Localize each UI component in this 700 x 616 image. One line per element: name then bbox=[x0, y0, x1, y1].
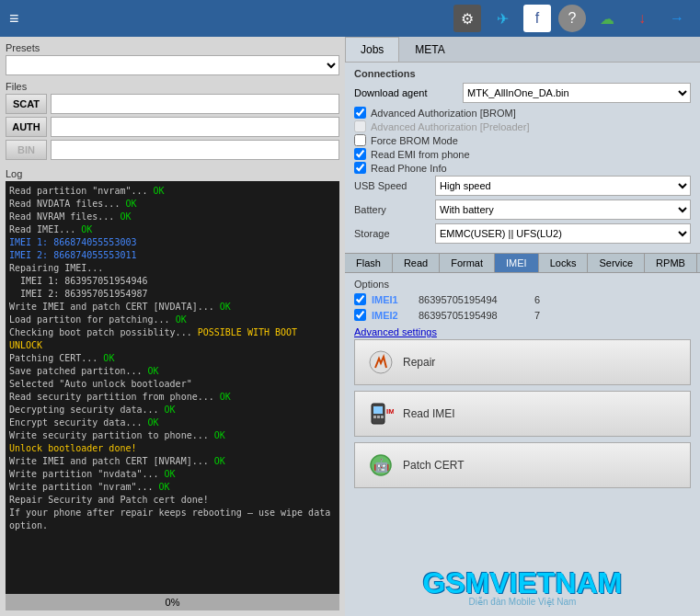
gear-icon[interactable]: ⚙ bbox=[453, 5, 481, 32]
tab-meta[interactable]: META bbox=[399, 37, 460, 62]
log-line: Read partition "nvram"... OK bbox=[9, 185, 336, 198]
patch-cert-icon: 🤖 bbox=[366, 451, 396, 480]
log-line: Write partition "nvram"... OK bbox=[9, 481, 336, 494]
log-line: Write security partition to phone... OK bbox=[9, 429, 336, 442]
advanced-settings-link[interactable]: Advanced settings bbox=[354, 325, 691, 339]
svg-rect-5 bbox=[381, 416, 384, 418]
log-line: Read NVRAM files... OK bbox=[9, 211, 336, 223]
battery-row: Battery With battery bbox=[354, 200, 691, 220]
main-tabs-row: Jobs META bbox=[345, 37, 700, 63]
log-line: Save patched partiton... OK bbox=[9, 365, 336, 378]
log-line: Unlock bootloader done! bbox=[9, 442, 336, 455]
imei2-num: 7 bbox=[534, 310, 540, 321]
battery-select[interactable]: With battery bbox=[435, 200, 691, 220]
svg-text:🤖: 🤖 bbox=[373, 458, 390, 473]
presets-select[interactable] bbox=[6, 55, 339, 75]
read-emi-checkbox[interactable] bbox=[354, 148, 366, 160]
read-imei-label: Read IMEI bbox=[403, 407, 455, 420]
bin-button[interactable]: BIN bbox=[6, 140, 47, 160]
connections-section: Connections Download agent MTK_AllInOne_… bbox=[345, 63, 700, 253]
log-line: Write partition "nvdata"... OK bbox=[9, 468, 336, 481]
auth-button[interactable]: AUTH bbox=[6, 117, 47, 137]
imei2-value: 86395705195498 bbox=[419, 310, 529, 321]
sub-tab-flash[interactable]: Flash bbox=[345, 254, 393, 272]
progress-label: 0% bbox=[166, 597, 180, 608]
download-icon[interactable]: ↓ bbox=[628, 5, 656, 32]
options-label: Options bbox=[354, 279, 691, 290]
left-panel: Presets Files SCAT AUTH BIN Log Read par… bbox=[0, 37, 345, 616]
sub-tab-rpmb[interactable]: RPMB bbox=[645, 254, 697, 272]
download-agent-select[interactable]: MTK_AllInOne_DA.bin bbox=[463, 83, 691, 103]
sub-tab-imei[interactable]: IMEI bbox=[495, 254, 539, 272]
tab-jobs[interactable]: Jobs bbox=[345, 37, 399, 62]
log-line: Encrypt security data... OK bbox=[9, 416, 336, 429]
sub-tab-service[interactable]: Service bbox=[588, 254, 645, 272]
advanced-brom-checkbox[interactable] bbox=[354, 107, 366, 119]
log-line: Repairing IMEI... bbox=[9, 262, 336, 275]
svg-rect-3 bbox=[373, 416, 376, 418]
read-phone-label: Read Phone Info bbox=[371, 163, 447, 174]
checkbox-advanced-brom: Advanced Authorization [BROM] bbox=[354, 107, 691, 119]
imei1-num: 6 bbox=[534, 294, 540, 305]
log-line: Read security partition from phone... OK bbox=[9, 391, 336, 404]
storage-label: Storage bbox=[354, 228, 428, 239]
presets-label: Presets bbox=[6, 42, 339, 53]
log-line: Write IMEI and patch CERT [NVRAM]... OK bbox=[9, 455, 336, 468]
storage-row: Storage EMMC(USER) || UFS(LU2) bbox=[354, 223, 691, 244]
log-area: Read partition "nvram"... OK Read NVDATA… bbox=[6, 181, 339, 594]
log-line: Read NVDATA files... OK bbox=[9, 198, 336, 211]
scat-input[interactable] bbox=[51, 94, 339, 114]
log-line: Patching CERT... OK bbox=[9, 352, 336, 365]
arrow-icon[interactable]: → bbox=[663, 5, 691, 32]
sub-tab-read[interactable]: Read bbox=[393, 254, 440, 272]
auth-row: AUTH bbox=[6, 117, 339, 137]
patch-cert-button[interactable]: 🤖 Patch CERT bbox=[354, 442, 691, 488]
sub-tabs-row: Flash Read Format IMEI Locks Service RPM… bbox=[345, 253, 700, 273]
read-imei-button[interactable]: IMEI Read IMEI bbox=[354, 391, 691, 437]
bin-input[interactable] bbox=[51, 140, 339, 160]
imei1-checkbox[interactable] bbox=[354, 293, 366, 305]
force-brom-label: Force BROM Mode bbox=[371, 135, 458, 146]
hamburger-menu[interactable]: ≡ bbox=[9, 9, 19, 29]
log-line: IMEI 2: 863957051954987 bbox=[9, 288, 336, 301]
main-content: Presets Files SCAT AUTH BIN Log Read par… bbox=[0, 37, 700, 616]
imei2-row: IMEI2 86395705195498 7 bbox=[354, 309, 691, 321]
svg-text:IMEI: IMEI bbox=[386, 407, 394, 416]
repair-button[interactable]: Repair bbox=[354, 339, 691, 385]
telegram-icon[interactable]: ✈ bbox=[488, 5, 516, 32]
checkbox-force-brom: Force BROM Mode bbox=[354, 134, 691, 146]
sub-tab-format[interactable]: Format bbox=[440, 254, 495, 272]
force-brom-checkbox[interactable] bbox=[354, 134, 366, 146]
advanced-preloader-checkbox[interactable] bbox=[354, 120, 366, 132]
help-icon[interactable]: ? bbox=[558, 5, 586, 32]
log-line: Read IMEI... OK bbox=[9, 223, 336, 236]
files-section: Files SCAT AUTH BIN bbox=[6, 81, 339, 163]
advanced-brom-label: Advanced Authorization [BROM] bbox=[371, 108, 516, 119]
log-line: Checking boot patch possiblity... POSSIB… bbox=[9, 326, 336, 352]
gsmvietnam-logo: GSMVIETNAM Diễn đàn Mobile Việt Nam bbox=[345, 557, 700, 616]
presets-section: Presets bbox=[6, 42, 339, 75]
cloud-icon[interactable]: ☁ bbox=[593, 5, 621, 32]
checkbox-read-phone: Read Phone Info bbox=[354, 162, 691, 174]
connections-label: Connections bbox=[354, 68, 691, 79]
log-line: Selected "Auto unlock bootloader" bbox=[9, 378, 336, 391]
imei1-row: IMEI1 86395705195494 6 bbox=[354, 293, 691, 305]
read-emi-label: Read EMI from phone bbox=[371, 149, 470, 160]
svg-rect-2 bbox=[373, 406, 383, 414]
log-line: Repair Security and Patch cert done! bbox=[9, 494, 336, 507]
sub-tab-locks[interactable]: Locks bbox=[539, 254, 589, 272]
progress-bar: 0% bbox=[6, 594, 339, 610]
files-label: Files bbox=[6, 81, 339, 92]
options-section: Options IMEI1 86395705195494 6 IMEI2 863… bbox=[345, 273, 700, 499]
patch-cert-label: Patch CERT bbox=[403, 459, 464, 472]
repair-icon bbox=[366, 348, 396, 377]
imei2-checkbox[interactable] bbox=[354, 309, 366, 321]
storage-select[interactable]: EMMC(USER) || UFS(LU2) bbox=[435, 223, 691, 244]
auth-input[interactable] bbox=[51, 117, 339, 137]
checkbox-read-emi: Read EMI from phone bbox=[354, 148, 691, 160]
usb-speed-select[interactable]: High speed bbox=[435, 176, 691, 196]
top-bar: ≡ ⚙ ✈ f ? ☁ ↓ → bbox=[0, 0, 700, 37]
read-phone-checkbox[interactable] bbox=[354, 162, 366, 174]
scat-button[interactable]: SCAT bbox=[6, 94, 47, 114]
facebook-icon[interactable]: f bbox=[523, 5, 551, 32]
